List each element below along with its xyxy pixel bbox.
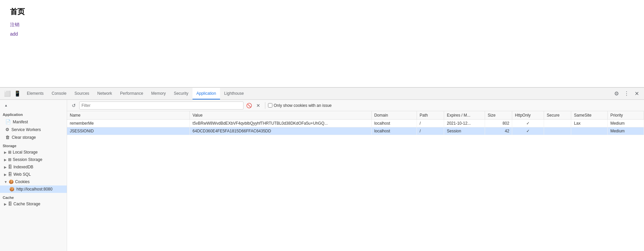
manifest-icon: 📄 (5, 119, 11, 124)
local-storage-icon: ⊞ (8, 150, 11, 155)
cookies-label: Cookies (15, 179, 30, 184)
main-page: 首页 注销 add (0, 0, 644, 87)
local-storage-chevron: ▶ (4, 151, 7, 154)
session-storage-chevron: ▶ (4, 158, 7, 162)
session-storage-icon: ⊞ (8, 157, 11, 162)
sidebar-item-service-workers[interactable]: ⚙ Service Workers (0, 126, 67, 133)
clear-storage-label: Clear storage (12, 135, 36, 140)
indexeddb-chevron: ▶ (4, 165, 7, 169)
table-row[interactable]: JSESSIONID 64DCD360E4FE5FA1815D66FFAC643… (67, 127, 644, 135)
devtools-body: ▲ Application 📄 Manifest ⚙ Service Worke… (0, 100, 644, 251)
device-toggle-icon[interactable]: 📱 (13, 89, 22, 98)
sidebar: ▲ Application 📄 Manifest ⚙ Service Worke… (0, 100, 67, 251)
cache-storage-chevron: ▶ (4, 202, 7, 206)
page-title: 首页 (10, 7, 634, 17)
cookie-secure (544, 120, 571, 127)
sidebar-cookies[interactable]: ▼ 🍪 Cookies (0, 178, 67, 185)
tab-network[interactable]: Network (93, 88, 116, 99)
sidebar-item-manifest[interactable]: 📄 Manifest (0, 118, 67, 126)
col-priority[interactable]: Priority (607, 111, 644, 120)
col-samesite[interactable]: SameSite (571, 111, 607, 120)
service-workers-icon: ⚙ (5, 127, 9, 132)
sidebar-scroll-up[interactable]: ▲ (1, 100, 11, 110)
refresh-button[interactable]: ↺ (70, 101, 78, 110)
col-name[interactable]: Name (67, 111, 190, 120)
only-issues-label: Only show cookies with an issue (274, 103, 332, 108)
col-httponly[interactable]: HttpOnly (512, 111, 544, 120)
tab-sources[interactable]: Sources (70, 88, 93, 99)
cancel-filter-icon[interactable]: ✕ (254, 101, 262, 110)
inspect-element-icon[interactable]: ⬜ (3, 89, 12, 98)
web-sql-chevron: ▶ (4, 173, 7, 176)
only-issues-input[interactable] (268, 103, 272, 108)
cookie-domain: localhost (371, 120, 417, 127)
col-value[interactable]: Value (190, 111, 372, 120)
sidebar-session-storage[interactable]: ▶ ⊞ Session Storage (0, 156, 67, 163)
cookie-domain: localhost (371, 127, 417, 135)
cookie-name: JSESSIONID (67, 127, 190, 135)
tab-application[interactable]: Application (193, 88, 220, 99)
cookies-icon: 🍪 (9, 179, 14, 184)
cache-section-header: Cache (0, 194, 67, 200)
cookie-expires: 2021-10-12... (444, 120, 485, 127)
cookie-size: 802 (485, 120, 512, 127)
sidebar-item-clear-storage[interactable]: 🗑 Clear storage (0, 133, 67, 141)
close-icon[interactable]: ✕ (632, 89, 641, 98)
devtools-topbar: ⬜ 📱 Elements Console Sources Network Per… (0, 88, 644, 100)
cookie-path: / (417, 127, 444, 135)
add-link[interactable]: add (10, 31, 634, 37)
col-path[interactable]: Path (417, 111, 444, 120)
main-content: ↺ 🚫 ✕ Only show cookies with an issue Na… (67, 100, 644, 251)
tab-security[interactable]: Security (170, 88, 192, 99)
sidebar-indexeddb[interactable]: ▶ 🗄 IndexedDB (0, 163, 67, 171)
cookie-priority: Medium (607, 127, 644, 135)
col-secure[interactable]: Secure (544, 111, 571, 120)
web-sql-icon: 🗄 (8, 172, 12, 177)
toolbar-separator (265, 102, 265, 109)
cookie-samesite (571, 127, 607, 135)
tab-elements[interactable]: Elements (23, 88, 48, 99)
manifest-label: Manifest (13, 120, 28, 124)
indexeddb-label: IndexedDB (13, 165, 33, 169)
cookies-data-table: Name Value Domain Path Expires / M... Si… (67, 111, 644, 135)
tab-lighthouse[interactable]: Lighthouse (220, 88, 248, 99)
cookie-httponly: ✓ (512, 120, 544, 127)
cookie-value: t5vBRwW8WvdBdEXbVF4qvblbQyyhfTHRTUTBL0d3… (190, 120, 372, 127)
cookie-size: 42 (485, 127, 512, 135)
more-options-icon[interactable]: ⋮ (622, 89, 631, 98)
clear-filter-icon[interactable]: 🚫 (245, 101, 253, 110)
devtools-panel: ⬜ 📱 Elements Console Sources Network Per… (0, 87, 644, 251)
col-expires[interactable]: Expires / M... (444, 111, 485, 120)
cookies-tbody: rememberMe t5vBRwW8WvdBdEXbVF4qvblbQyyhf… (67, 120, 644, 135)
tab-memory[interactable]: Memory (147, 88, 170, 99)
indexeddb-icon: 🗄 (8, 165, 12, 169)
cookie-name: rememberMe (67, 120, 190, 127)
storage-section-header: Storage (0, 142, 67, 149)
service-workers-label: Service Workers (11, 127, 41, 132)
web-sql-label: Web SQL (13, 172, 31, 177)
cookie-samesite: Lax (571, 120, 607, 127)
tab-console[interactable]: Console (48, 88, 70, 99)
tab-performance[interactable]: Performance (116, 88, 147, 99)
session-storage-label: Session Storage (13, 157, 42, 162)
cache-storage-icon: 🗄 (8, 202, 12, 206)
only-issues-checkbox[interactable]: Only show cookies with an issue (268, 103, 332, 108)
sidebar-local-storage[interactable]: ▶ ⊞ Local Storage (0, 149, 67, 156)
cookie-priority: Medium (607, 120, 644, 127)
devtools-tabs: Elements Console Sources Network Perform… (23, 88, 611, 99)
devtools-right-icons: ⚙ ⋮ ✕ (612, 89, 641, 98)
col-domain[interactable]: Domain (371, 111, 417, 120)
table-row[interactable]: rememberMe t5vBRwW8WvdBdEXbVF4qvblbQyyhf… (67, 120, 644, 127)
logout-link[interactable]: 注销 (10, 22, 634, 28)
cookies-chevron: ▼ (4, 180, 7, 184)
filter-input[interactable] (79, 101, 244, 110)
cookies-localhost-label: http://localhost:8080 (16, 187, 52, 192)
local-storage-label: Local Storage (13, 150, 38, 155)
cookie-path: / (417, 120, 444, 127)
settings-icon[interactable]: ⚙ (612, 89, 621, 98)
sidebar-web-sql[interactable]: ▶ 🗄 Web SQL (0, 171, 67, 178)
cookie-value: 64DCD360E4FE5FA1815D66FFAC6435DD (190, 127, 372, 135)
sidebar-cache-storage[interactable]: ▶ 🗄 Cache Storage (0, 200, 67, 208)
col-size[interactable]: Size (485, 111, 512, 120)
sidebar-cookies-localhost[interactable]: 🍪 http://localhost:8080 (0, 185, 67, 193)
